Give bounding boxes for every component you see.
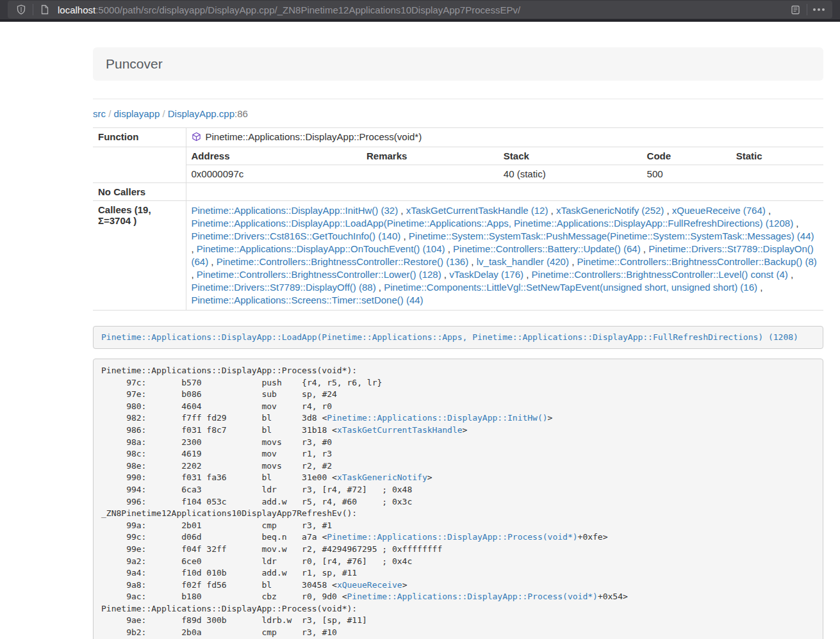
col-remarks: Remarks <box>361 147 498 165</box>
code-symbol-link[interactable]: xTaskGenericNotify <box>337 473 427 482</box>
code-symbol-link[interactable]: Pinetime::Applications::DisplayApp::Proc… <box>327 532 577 542</box>
col-stack: Stack <box>498 147 642 165</box>
address-value: 0x0000097c <box>186 165 361 183</box>
callee-link[interactable]: Pinetime::Applications::DisplayApp::OnTo… <box>197 243 445 254</box>
callee-link[interactable]: Pinetime::System::SystemTask::PushMessag… <box>409 231 814 241</box>
symbol-table: Function Pinetime::Applications::Display… <box>93 127 823 311</box>
disassembly-code: Pinetime::Applications::DisplayApp::Proc… <box>101 365 815 639</box>
code-symbol-link[interactable]: xTaskGetCurrentTaskHandle <box>337 425 463 435</box>
function-label: Function <box>93 128 186 147</box>
stats-row-wrap: Address Remarks Stack Code Static 0x0000… <box>93 147 823 183</box>
callees-row: Callees (19, Σ=3704 ) Pinetime::Applicat… <box>93 201 823 311</box>
code-symbol-link[interactable]: Pinetime::Applications::DisplayApp::Proc… <box>347 592 598 601</box>
callee-link[interactable]: Pinetime::Controllers::Battery::Update()… <box>453 243 641 254</box>
breadcrumb-line-number: :86 <box>235 108 248 119</box>
reader-mode-icon[interactable] <box>787 2 803 17</box>
callee-link[interactable]: xTaskGenericNotify (252) <box>556 205 664 216</box>
breadcrumb-link[interactable]: displayapp <box>114 108 160 119</box>
callee-link[interactable]: Pinetime::Applications::DisplayApp::Init… <box>192 205 399 216</box>
callee-link[interactable]: vTaskDelay (176) <box>449 269 523 280</box>
callee-link[interactable]: Pinetime::Drivers::Cst816S::GetTouchInfo… <box>192 231 401 241</box>
stack-value: 40 (static) <box>498 165 642 183</box>
callee-link[interactable]: Pinetime::Controllers::BrightnessControl… <box>532 269 788 280</box>
callers-row: No Callers <box>93 183 823 201</box>
callee-link[interactable]: lv_task_handler (420) <box>477 256 569 267</box>
highlighted-symbol-box: Pinetime::Applications::DisplayApp::Load… <box>93 326 823 349</box>
stats-header-row: Address Remarks Stack Code Static <box>186 147 824 165</box>
code-value: 500 <box>642 165 731 183</box>
function-row: Function Pinetime::Applications::Display… <box>93 128 823 147</box>
function-name: Pinetime::Applications::DisplayApp::Proc… <box>206 131 422 142</box>
callee-link[interactable]: Pinetime::Components::LittleVgl::SetNewT… <box>384 282 757 293</box>
overflow-menu-icon[interactable] <box>811 2 827 17</box>
url-text[interactable]: localhost:5000/path/src/displayapp/Displ… <box>58 4 787 15</box>
callee-link[interactable]: Pinetime::Controllers::BrightnessControl… <box>197 269 441 280</box>
callee-link[interactable]: Pinetime::Applications::DisplayApp::Load… <box>192 218 794 229</box>
callees-list: Pinetime::Applications::DisplayApp::Init… <box>186 201 823 311</box>
remarks-value <box>361 165 498 183</box>
breadcrumb-link[interactable]: DisplayApp.cpp <box>168 108 235 119</box>
page-icon <box>37 2 53 17</box>
highlighted-symbol-link[interactable]: Pinetime::Applications::DisplayApp::Load… <box>101 332 798 342</box>
symbol-cube-icon <box>192 132 201 143</box>
breadcrumb: src / displayapp / DisplayApp.cpp:86 <box>93 108 823 119</box>
stats-table: Address Remarks Stack Code Static 0x0000… <box>186 147 824 182</box>
col-static: Static <box>731 147 823 165</box>
callee-link[interactable]: Pinetime::Controllers::BrightnessControl… <box>217 256 468 267</box>
callee-link[interactable]: Pinetime::Drivers::St7789::DisplayOff() … <box>192 282 376 293</box>
static-value <box>731 165 823 183</box>
callers-cell <box>186 183 823 201</box>
code-symbol-link[interactable]: Pinetime::Applications::DisplayApp::Init… <box>327 413 547 423</box>
disassembly-block: Pinetime::Applications::DisplayApp::Proc… <box>93 359 823 639</box>
code-symbol-link[interactable]: xQueueReceive <box>337 580 402 590</box>
breadcrumb-link[interactable]: src <box>93 108 106 119</box>
no-callers-label: No Callers <box>93 183 186 201</box>
url-bar[interactable]: localhost:5000/path/src/displayapp/Displ… <box>8 1 832 19</box>
col-address: Address <box>186 147 361 165</box>
toolbar-divider <box>807 4 807 15</box>
callee-link[interactable]: Pinetime::Controllers::BrightnessControl… <box>577 256 816 267</box>
stats-row-gutter <box>93 147 186 183</box>
divider <box>93 99 823 99</box>
browser-toolbar: localhost:5000/path/src/displayapp/Displ… <box>0 0 840 22</box>
page-title-box: Puncover <box>93 47 823 81</box>
callee-link[interactable]: xQueueReceive (764) <box>672 205 766 216</box>
breadcrumb-separator: / <box>160 108 168 119</box>
stats-value-row: 0x0000097c 40 (static) 500 <box>186 165 824 183</box>
page-title: Puncover <box>106 56 163 71</box>
callee-link[interactable]: xTaskGetCurrentTaskHandle (12) <box>406 205 548 216</box>
url-path: :5000/path/src/displayapp/DisplayApp.cpp… <box>95 4 520 15</box>
breadcrumb-separator: / <box>106 108 114 119</box>
col-code: Code <box>642 147 731 165</box>
url-host: localhost <box>58 4 95 15</box>
shield-icon[interactable] <box>13 2 29 17</box>
toolbar-divider <box>33 4 33 15</box>
callee-link[interactable]: Pinetime::Applications::Screens::Timer::… <box>192 295 424 305</box>
callees-label: Callees (19, Σ=3704 ) <box>93 201 186 311</box>
